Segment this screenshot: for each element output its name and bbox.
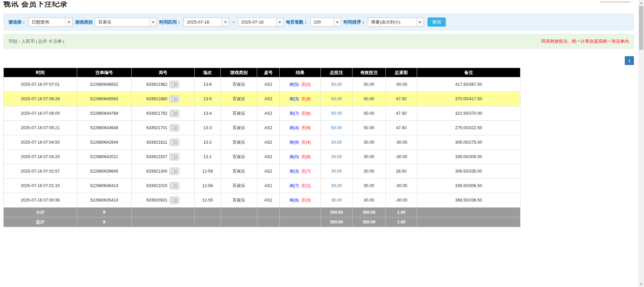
cell-result: 闲(5) 庄(2) (280, 77, 321, 92)
result-banker: 庄(4) (301, 140, 311, 145)
round-wrap: 633921300 (146, 168, 180, 175)
empty-cell (280, 217, 321, 227)
total-bet-link[interactable]: 50.00 (331, 111, 342, 116)
result-banker: 庄(2) (301, 82, 311, 87)
page-size-combobox[interactable]: 100 (310, 17, 341, 27)
cell-remark: 306.50/335.00 (417, 164, 520, 179)
date-range-separator: ~ (232, 20, 236, 25)
view-cards-button[interactable] (169, 182, 179, 189)
cell-round-no: 633921880 (146, 97, 168, 101)
round-wrap: 633920931 (146, 196, 180, 204)
date-from-combobox[interactable]: 2025-07-16 (183, 17, 229, 27)
total-bet-link[interactable]: 30.00 (331, 198, 342, 203)
table-row: 2025-07-16 07:00:36 522660635413 6339209… (4, 193, 520, 208)
table-row: 2025-07-16 07:01:10 522660636414 6339210… (4, 179, 520, 193)
cell-total-bet: 50.00 (321, 106, 352, 121)
cell-round: 633921611 (132, 135, 195, 150)
total-bet-link[interactable]: 50.00 (331, 125, 342, 130)
cell-round: 633921962 (132, 77, 195, 92)
header-round-no: 局号 (132, 68, 195, 77)
result-player: 闲(7) (290, 183, 299, 188)
empty-cell (195, 217, 221, 227)
chevron-down-icon[interactable] (416, 18, 423, 26)
total-bet-link[interactable]: 30.00 (331, 169, 342, 174)
round-wrap: 633921611 (146, 139, 179, 146)
date-to-combobox[interactable]: 2025-07-16 (238, 17, 284, 27)
scrollbar-thumb[interactable] (639, 6, 643, 50)
total-bet-link[interactable]: 50.00 (331, 82, 342, 87)
cell-valid-bet: 30.00 (352, 164, 386, 179)
sort-order-combobox[interactable]: 降冪(由大到小) (368, 17, 424, 27)
chevron-down-icon[interactable] (334, 18, 341, 26)
cell-remark: 275.00/322.50 (417, 121, 520, 135)
view-cards-button[interactable] (169, 153, 179, 160)
cell-round-no: 633921015 (146, 183, 168, 188)
chevron-down-icon[interactable] (65, 18, 72, 26)
filter-bar: 请选择： 日期查询 游戏类别 百家乐 时间区间： 2025-07-16 ~ 20… (3, 13, 634, 31)
view-cards-button[interactable] (169, 139, 179, 146)
cell-round-no: 633921300 (146, 169, 168, 174)
cell-time: 2025-07-16 07:01:10 (4, 179, 77, 193)
cell-session: 13-4 (195, 106, 221, 121)
subtotal-count: 9 (77, 208, 132, 217)
date-to-value: 2025-07-16 (238, 18, 276, 26)
table-row: 2025-07-16 07:05:21 522660643648 6339217… (4, 121, 520, 135)
view-cards-button[interactable] (169, 124, 179, 132)
cell-game: 百家乐 (221, 150, 257, 164)
table-row: 2025-07-16 07:04:25 522660642021 6339215… (4, 150, 520, 164)
cell-result: 闲(4) 庄(9) (280, 121, 321, 135)
cell-session: 13-3 (195, 121, 221, 135)
result-player: 闲(3) (290, 169, 299, 174)
cell-valid-bet: 50.00 (352, 77, 386, 92)
total-total-bet: 350.00 (321, 217, 352, 227)
view-cards-button[interactable] (169, 81, 179, 88)
cell-bet-no: 522660646552 (77, 77, 132, 92)
result-player: 闲(5) (290, 82, 299, 87)
total-bet-link[interactable]: 50.00 (331, 97, 342, 101)
cell-game: 百家乐 (221, 193, 257, 208)
scroll-up-icon[interactable]: ▲ (638, 0, 644, 6)
cards-icon (171, 111, 178, 116)
view-cards-button[interactable] (169, 95, 179, 103)
view-cards-button[interactable] (169, 196, 179, 204)
info-bar: 币别：人民币 | 总共 :9 注单 | 同局有效投注，统一计算在该局第一张注单内 (3, 34, 634, 49)
cell-payout: 28.50 (386, 164, 417, 179)
total-bet-link[interactable]: 30.00 (331, 154, 342, 159)
cards-icon (171, 96, 178, 102)
round-wrap: 633921792 (146, 110, 180, 117)
cell-game: 百家乐 (221, 106, 257, 121)
total-bet-link[interactable]: 30.00 (331, 140, 342, 145)
cell-valid-bet: 30.00 (352, 179, 386, 193)
cell-valid-bet: 30.00 (352, 150, 386, 164)
game-type-combobox[interactable]: 百家乐 (95, 17, 157, 27)
chevron-down-icon[interactable] (149, 18, 157, 26)
date-type-combobox[interactable]: 日期查询 (28, 17, 73, 27)
cell-total-bet: 30.00 (321, 193, 352, 208)
view-cards-button[interactable] (169, 168, 179, 175)
cell-round: 633921300 (132, 164, 195, 179)
cell-session: 12-59 (195, 164, 221, 179)
cell-result: 闲(3) 庄(7) (280, 164, 321, 179)
vertical-scrollbar[interactable]: ▲ ▼ (638, 0, 644, 237)
cell-round-no: 633921792 (146, 111, 168, 116)
total-bet-link[interactable]: 30.00 (331, 183, 342, 188)
view-cards-button[interactable] (169, 110, 179, 117)
query-button[interactable]: 查询 (428, 17, 446, 27)
result-banker: 庄(7) (301, 169, 311, 174)
table-row: 2025-07-16 07:06:28 522660645563 6339218… (4, 92, 520, 106)
cell-result: 闲(7) 庄(1) (280, 179, 321, 193)
cell-valid-bet: 50.00 (352, 106, 386, 121)
header-payout: 总派彩 (386, 68, 417, 77)
chevron-down-icon[interactable] (276, 18, 283, 26)
header-table-no: 桌号 (257, 68, 280, 77)
cell-payout: -30.00 (386, 193, 417, 208)
cell-round-no: 633921611 (146, 140, 167, 145)
cell-time: 2025-07-16 07:02:57 (4, 164, 77, 179)
result-player: 闲(9) (290, 140, 299, 145)
result-banker: 庄(3) (301, 198, 311, 203)
cell-bet-no: 522660644769 (77, 106, 132, 121)
page-1-button[interactable]: 1 (625, 56, 634, 65)
chevron-down-icon[interactable] (222, 18, 229, 26)
empty-cell (221, 208, 257, 217)
cell-total-bet: 30.00 (321, 150, 352, 164)
